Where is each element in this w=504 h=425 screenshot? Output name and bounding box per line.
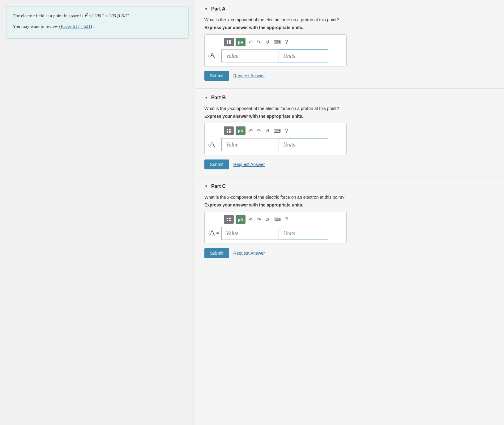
part-b-chevron-icon[interactable]: ▼: [204, 96, 208, 100]
part-c-actions: Submit Request Answer: [204, 248, 495, 258]
part-a-question: What is the x-component of the electric …: [204, 17, 495, 23]
left-panel: The electric field at a point in space i…: [0, 0, 195, 425]
part-b-title: Part B: [211, 95, 226, 100]
part-a-value-input[interactable]: [221, 49, 279, 62]
part-b-help-button[interactable]: ?: [284, 127, 289, 135]
part-c-text-button[interactable]: μA: [236, 215, 246, 224]
part-b-units-input[interactable]: [279, 138, 328, 151]
part-b-undo-button[interactable]: ↶: [247, 127, 254, 134]
part-a-toolbar: μA ↶ ↷ ↺ ⌨ ?: [208, 38, 343, 46]
part-b-text-button[interactable]: μA: [236, 126, 246, 135]
part-b-redo-button[interactable]: ↷: [256, 127, 262, 134]
part-c-submit-button[interactable]: Submit: [204, 248, 229, 258]
part-c-refresh-button[interactable]: ↺: [264, 216, 271, 223]
part-a-instruction: Express your answer with the appropriate…: [204, 25, 495, 30]
part-b-label: (F⃗)y =: [208, 142, 219, 148]
part-b-instruction: Express your answer with the appropriate…: [204, 114, 495, 119]
part-a-request-button[interactable]: Request Answer: [233, 73, 265, 78]
part-c-label: (F⃗)x =: [208, 231, 219, 236]
part-a-matrix-button[interactable]: [224, 38, 234, 46]
part-a-input-row: (F⃗)x =: [208, 49, 343, 62]
part-b-question: What is the y-component of the electric …: [204, 105, 495, 112]
part-a-title: Part A: [211, 6, 226, 12]
part-c-header: ▼ Part C: [204, 184, 495, 189]
part-a-text-button[interactable]: μA: [236, 38, 246, 46]
review-text: You may want to review (Pages 617 - 621)…: [13, 23, 182, 31]
part-a-label: (F⃗)x =: [208, 53, 219, 59]
part-c-help-button[interactable]: ?: [284, 216, 289, 223]
part-c-title: Part C: [211, 184, 226, 189]
part-c-question: What is the x-component of the electric …: [204, 194, 495, 201]
part-a-submit-button[interactable]: Submit: [204, 71, 229, 81]
part-c-answer-area: μA ↶ ↷ ↺ ⌨ ? (F⃗)x =: [204, 212, 347, 244]
field-description: The electric field at a point in space i…: [13, 12, 182, 20]
review-link[interactable]: Pages 617 - 621: [61, 24, 91, 29]
part-c-units-input[interactable]: [279, 227, 328, 240]
part-c-value-input[interactable]: [221, 227, 279, 240]
part-a-keyboard-button[interactable]: ⌨: [272, 39, 282, 46]
part-a-help-button[interactable]: ?: [284, 38, 289, 46]
part-b-submit-button[interactable]: Submit: [204, 159, 229, 169]
part-c-undo-button[interactable]: ↶: [247, 216, 254, 223]
part-b-matrix-button[interactable]: [224, 126, 234, 135]
matrix-icon-b: [227, 129, 231, 133]
field-vector: E⃗ =( 200 î + 200 ĵ) N/C.: [84, 13, 130, 18]
part-b-request-button[interactable]: Request Answer: [233, 162, 265, 167]
part-a-body: What is the x-component of the electric …: [204, 17, 495, 81]
part-b-input-row: (F⃗)y =: [208, 138, 343, 151]
part-b-header: ▼ Part B: [204, 95, 495, 100]
part-c-instruction: Express your answer with the appropriate…: [204, 202, 495, 207]
part-b-answer-area: μA ↶ ↷ ↺ ⌨ ? (F⃗)y =: [204, 123, 347, 155]
part-a-answer-area: μA ↶ ↷ ↺ ⌨ ? (F⃗)x =: [204, 34, 347, 66]
info-box: The electric field at a point in space i…: [6, 6, 189, 39]
part-a-undo-button[interactable]: ↶: [247, 39, 254, 46]
part-a-units-input[interactable]: [279, 49, 328, 62]
part-b-keyboard-button[interactable]: ⌨: [272, 127, 282, 134]
part-c-body: What is the x-component of the electric …: [204, 194, 495, 258]
part-a-header: ▼ Part A: [204, 6, 495, 12]
matrix-icon-c: [227, 218, 231, 221]
part-a-refresh-button[interactable]: ↺: [264, 39, 271, 46]
part-a-section: ▼ Part A What is the x-component of the …: [195, 0, 504, 89]
matrix-icon: [227, 40, 231, 44]
part-c-request-button[interactable]: Request Answer: [233, 251, 265, 256]
part-c-section: ▼ Part C What is the x-component of the …: [195, 177, 504, 266]
part-c-toolbar: μA ↶ ↷ ↺ ⌨ ?: [208, 215, 343, 224]
right-panel: ▼ Part A What is the x-component of the …: [195, 0, 504, 425]
part-b-refresh-button[interactable]: ↺: [264, 127, 271, 134]
part-b-body: What is the y-component of the electric …: [204, 105, 495, 169]
part-c-input-row: (F⃗)x =: [208, 227, 343, 240]
part-b-actions: Submit Request Answer: [204, 159, 495, 169]
part-b-section: ▼ Part B What is the y-component of the …: [195, 89, 504, 177]
part-a-redo-button[interactable]: ↷: [256, 39, 262, 46]
part-c-matrix-button[interactable]: [224, 215, 234, 224]
part-c-redo-button[interactable]: ↷: [256, 216, 262, 223]
part-b-toolbar: μA ↶ ↷ ↺ ⌨ ?: [208, 126, 343, 135]
part-c-keyboard-button[interactable]: ⌨: [272, 216, 282, 223]
part-a-actions: Submit Request Answer: [204, 71, 495, 81]
part-b-value-input[interactable]: [221, 138, 279, 151]
part-c-chevron-icon[interactable]: ▼: [204, 184, 208, 189]
part-a-chevron-icon[interactable]: ▼: [204, 7, 208, 11]
